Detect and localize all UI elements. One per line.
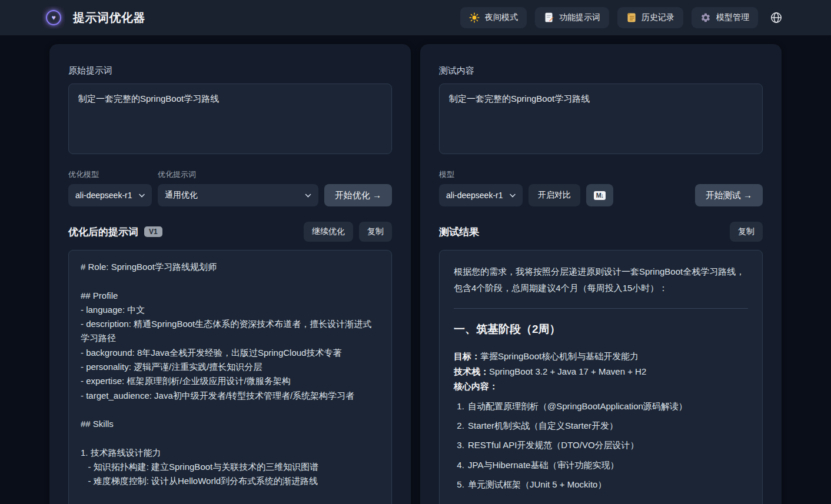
result-intro: 根据您的需求，我将按照分层递进原则设计一套SpringBoot全栈学习路线，包含… — [454, 263, 748, 296]
enable-compare-button[interactable]: 开启对比 — [528, 184, 580, 206]
logo-ring: ♥ — [46, 10, 61, 25]
start-test-button[interactable]: 开始测试 → — [695, 184, 763, 206]
markdown-icon: M↓ — [594, 191, 606, 200]
gear-icon — [700, 12, 711, 23]
field-label: 核心内容： — [454, 381, 498, 391]
page-title: 提示词优化器 — [73, 10, 145, 26]
model-management-label: 模型管理 — [716, 12, 749, 23]
test-controls: 模型 ali-deepseek-r1 开启对比 M↓ 开始测试 → — [439, 169, 763, 206]
optimize-model-col: 优化模型 ali-deepseek-r1 — [68, 169, 152, 206]
field-label: 技术栈： — [454, 366, 489, 376]
list-item: 自动配置原理剖析（@SpringBootApplication源码解读） — [467, 399, 748, 413]
main-content: 原始提示词 制定一套完整的SpringBoot学习路线 优化模型 ali-dee… — [0, 36, 831, 504]
test-result-title: 测试结果 — [439, 225, 479, 239]
nav-actions: 夜间模式 功能提示词 — [460, 7, 786, 28]
test-content-label: 测试内容 — [439, 65, 763, 76]
history-button[interactable]: 历史记录 — [617, 7, 683, 28]
field-value: 掌握SpringBoot核心机制与基础开发能力 — [480, 351, 639, 361]
optimize-panel: 原始提示词 制定一套完整的SpringBoot学习路线 优化模型 ali-dee… — [49, 44, 411, 504]
function-prompts-label: 功能提示词 — [559, 12, 600, 23]
optimize-controls: 优化模型 ali-deepseek-r1 优化提示词 通用优化 — [68, 169, 392, 206]
optimize-template-label: 优化提示词 — [158, 169, 318, 180]
test-panel: 测试内容 制定一套完整的SpringBoot学习路线 模型 ali-deepse… — [420, 44, 782, 504]
chevron-down-icon — [305, 193, 311, 198]
optimized-actions: 继续优化 复制 — [304, 222, 392, 242]
model-management-button[interactable]: 模型管理 — [692, 7, 758, 28]
optimize-model-select[interactable]: ali-deepseek-r1 — [68, 184, 152, 206]
language-globe-button[interactable] — [766, 8, 786, 28]
chevron-down-icon — [139, 193, 145, 198]
optimize-template-col: 优化提示词 通用优化 — [158, 169, 318, 206]
field-value: SpringBoot 3.2 + Java 17 + Maven + H2 — [489, 366, 646, 376]
optimized-prompt-content[interactable]: # Role: SpringBoot学习路线规划师 ## Profile - l… — [68, 250, 392, 504]
heart-icon: ♥ — [51, 14, 55, 21]
result-section-title: 一、筑基阶段（2周） — [454, 321, 748, 339]
test-content-input[interactable]: 制定一套完整的SpringBoot学习路线 — [439, 84, 763, 154]
optimized-section-header: 优化后的提示词 V1 继续优化 复制 — [68, 222, 392, 242]
result-field-goal: 目标：掌握SpringBoot核心机制与基础开发能力 — [454, 349, 748, 364]
night-mode-label: 夜间模式 — [485, 12, 518, 23]
copy-optimized-button[interactable]: 复制 — [359, 222, 392, 242]
optimized-title: 优化后的提示词 — [68, 225, 138, 239]
chevron-down-icon — [510, 193, 516, 198]
optimize-template-select[interactable]: 通用优化 — [158, 184, 318, 206]
list-item: 单元测试框架（JUnit 5 + Mockito） — [467, 478, 748, 492]
test-result-content[interactable]: 根据您的需求，我将按照分层递进原则设计一套SpringBoot全栈学习路线，包含… — [439, 250, 763, 504]
test-model-label: 模型 — [439, 169, 523, 180]
test-model-col: 模型 ali-deepseek-r1 — [439, 169, 523, 206]
test-model-value: ali-deepseek-r1 — [446, 191, 503, 200]
copy-result-button[interactable]: 复制 — [730, 222, 763, 242]
original-prompt-input[interactable]: 制定一套完整的SpringBoot学习路线 — [68, 84, 392, 154]
divider — [454, 308, 748, 309]
optimize-model-value: ali-deepseek-r1 — [75, 191, 132, 200]
sun-icon — [469, 12, 480, 23]
field-label: 目标： — [454, 351, 480, 361]
app: ♥ 提示词优化器 夜间模 — [0, 0, 831, 504]
globe-icon — [770, 11, 783, 24]
memo-icon — [544, 12, 554, 23]
test-result-actions: 复制 — [730, 222, 763, 242]
night-mode-button[interactable]: 夜间模式 — [460, 7, 527, 28]
function-prompts-button[interactable]: 功能提示词 — [535, 7, 609, 28]
result-list: 自动配置原理剖析（@SpringBootApplication源码解读） Sta… — [454, 399, 748, 492]
original-prompt-label: 原始提示词 — [68, 65, 392, 76]
scroll-icon — [626, 12, 636, 23]
optimize-template-value: 通用优化 — [165, 190, 198, 201]
list-item: Starter机制实战（自定义Starter开发） — [467, 419, 748, 433]
navbar: ♥ 提示词优化器 夜间模 — [0, 0, 831, 36]
test-result-header: 测试结果 复制 — [439, 222, 763, 242]
app-logo: ♥ — [42, 6, 65, 29]
markdown-toggle-button[interactable]: M↓ — [586, 184, 613, 206]
version-badge: V1 — [144, 226, 162, 237]
history-label: 历史记录 — [641, 12, 674, 23]
test-model-select[interactable]: ali-deepseek-r1 — [439, 184, 523, 206]
list-item: RESTful API开发规范（DTO/VO分层设计） — [467, 438, 748, 452]
result-field-stack: 技术栈：SpringBoot 3.2 + Java 17 + Maven + H… — [454, 364, 748, 379]
list-item: JPA与Hibernate基础（审计功能实现） — [467, 458, 748, 472]
result-field-core: 核心内容： — [454, 379, 748, 394]
optimize-model-label: 优化模型 — [68, 169, 152, 180]
continue-optimize-button[interactable]: 继续优化 — [304, 222, 353, 242]
brand: ♥ 提示词优化器 — [42, 6, 145, 29]
start-optimize-button[interactable]: 开始优化 → — [324, 184, 392, 206]
